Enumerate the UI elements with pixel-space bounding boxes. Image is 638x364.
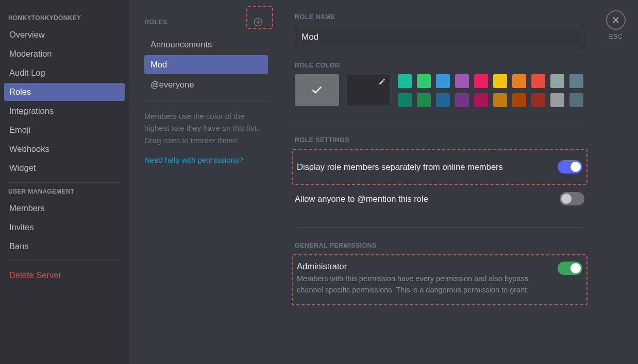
role-color-label: ROLE COLOR [295, 62, 584, 69]
roles-list-column: ROLES Announcements Mod @everyone Member… [129, 0, 278, 364]
eyedropper-icon [378, 78, 386, 88]
color-swatch[interactable] [569, 74, 583, 88]
color-swatch[interactable] [398, 93, 412, 107]
close-icon [611, 15, 620, 25]
general-permissions-label: GENERAL PERMISSIONS [295, 242, 584, 249]
color-swatch[interactable] [493, 93, 507, 107]
color-swatch[interactable] [436, 93, 450, 107]
color-swatch[interactable] [417, 74, 431, 88]
close-settings: ESC [606, 10, 626, 40]
role-item-mod[interactable]: Mod [144, 55, 268, 74]
sidebar-item-widget[interactable]: Widget [4, 159, 125, 177]
color-swatch[interactable] [417, 93, 431, 107]
sidebar-item-roles[interactable]: Roles [4, 83, 125, 101]
section-divider [295, 227, 584, 228]
close-button[interactable] [606, 10, 626, 30]
permission-administrator: Administrator Members with this permissi… [295, 254, 584, 305]
section-divider [295, 122, 584, 122]
toggle-administrator[interactable] [558, 262, 582, 275]
role-editor-pane: ROLE NAME ROLE COLOR ROLE SETTINGS Displ… [278, 0, 638, 364]
color-swatch[interactable] [531, 74, 545, 88]
color-swatch[interactable] [512, 93, 526, 107]
add-role-button[interactable] [248, 13, 268, 31]
sidebar-item-webhooks[interactable]: Webhooks [4, 140, 125, 158]
permission-administrator-label: Administrator [297, 262, 549, 271]
color-swatch[interactable] [550, 93, 564, 107]
server-name: HONKYTONKYDONKEY [4, 14, 125, 25]
sidebar-item-integrations[interactable]: Integrations [4, 102, 125, 120]
user-management-header: USER MANAGEMENT [4, 188, 125, 198]
sidebar-divider [8, 261, 121, 261]
check-icon [310, 83, 324, 97]
sidebar-divider [8, 182, 121, 183]
color-swatch[interactable] [569, 93, 583, 107]
role-settings-label: ROLE SETTINGS [295, 136, 584, 144]
sidebar-item-members[interactable]: Members [4, 199, 125, 217]
role-item-announcements[interactable]: Announcements [144, 35, 268, 54]
sidebar-item-invites[interactable]: Invites [4, 218, 125, 236]
setting-allow-mention-label: Allow anyone to @mention this role [295, 194, 428, 204]
role-name-input[interactable] [295, 26, 584, 48]
permission-administrator-desc: Members with this permission have every … [297, 273, 549, 296]
color-swatch[interactable] [455, 74, 469, 88]
color-default-swatch[interactable] [295, 74, 339, 106]
sidebar-item-emoji[interactable]: Emoji [4, 121, 125, 139]
settings-sidebar: HONKYTONKYDONKEY Overview Moderation Aud… [0, 0, 129, 364]
color-swatch-grid [398, 74, 583, 107]
plus-circle-icon [253, 17, 263, 27]
roles-list-divider [144, 101, 268, 102]
color-swatch[interactable] [493, 74, 507, 88]
esc-label: ESC [609, 33, 623, 40]
sidebar-item-audit-log[interactable]: Audit Log [4, 64, 125, 82]
toggle-display-separately[interactable] [558, 160, 582, 174]
color-swatch[interactable] [436, 74, 450, 88]
color-swatch[interactable] [531, 93, 545, 107]
sidebar-item-moderation[interactable]: Moderation [4, 45, 125, 63]
setting-display-separately-label: Display role members separately from onl… [297, 162, 503, 172]
role-item-everyone[interactable]: @everyone [144, 75, 268, 94]
toggle-allow-mention[interactable] [560, 192, 584, 205]
color-swatch[interactable] [474, 93, 488, 107]
color-swatch[interactable] [474, 74, 488, 88]
roles-column-title: ROLES [144, 19, 167, 26]
delete-server-button[interactable]: Delete Server [4, 266, 125, 284]
setting-allow-mention: Allow anyone to @mention this role [295, 185, 584, 213]
role-name-label: ROLE NAME [295, 13, 584, 21]
permissions-help-link[interactable]: Need help with permissions? [144, 155, 268, 164]
color-swatch[interactable] [550, 74, 564, 88]
roles-reorder-hint: Members use the color of the highest rol… [144, 110, 268, 146]
color-swatch[interactable] [398, 74, 412, 88]
color-swatch[interactable] [512, 74, 526, 88]
setting-display-separately: Display role members separately from onl… [295, 149, 584, 185]
sidebar-item-overview[interactable]: Overview [4, 26, 125, 44]
color-swatch[interactable] [455, 93, 469, 107]
color-custom-swatch[interactable] [346, 74, 391, 106]
role-color-picker [295, 74, 584, 107]
sidebar-item-bans[interactable]: Bans [4, 237, 125, 255]
